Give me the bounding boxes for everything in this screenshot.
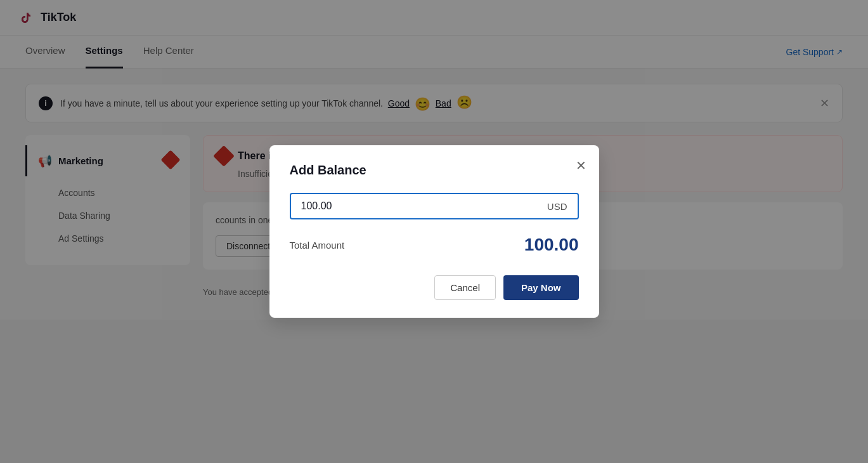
modal-actions: Cancel Pay Now <box>290 275 579 300</box>
add-balance-modal: Add Balance ✕ USD Total Amount 100.00 Ca… <box>269 145 599 318</box>
total-amount: 100.00 <box>524 235 579 255</box>
currency-label: USD <box>547 201 567 212</box>
pay-now-button[interactable]: Pay Now <box>503 275 579 300</box>
modal-title: Add Balance <box>290 163 579 178</box>
amount-input-row: USD <box>290 193 579 219</box>
modal-close-button[interactable]: ✕ <box>576 158 586 173</box>
modal-overlay: Add Balance ✕ USD Total Amount 100.00 Ca… <box>0 0 868 463</box>
total-row: Total Amount 100.00 <box>290 235 579 255</box>
amount-input[interactable] <box>301 200 547 212</box>
cancel-button[interactable]: Cancel <box>434 275 496 300</box>
total-label: Total Amount <box>290 240 345 251</box>
